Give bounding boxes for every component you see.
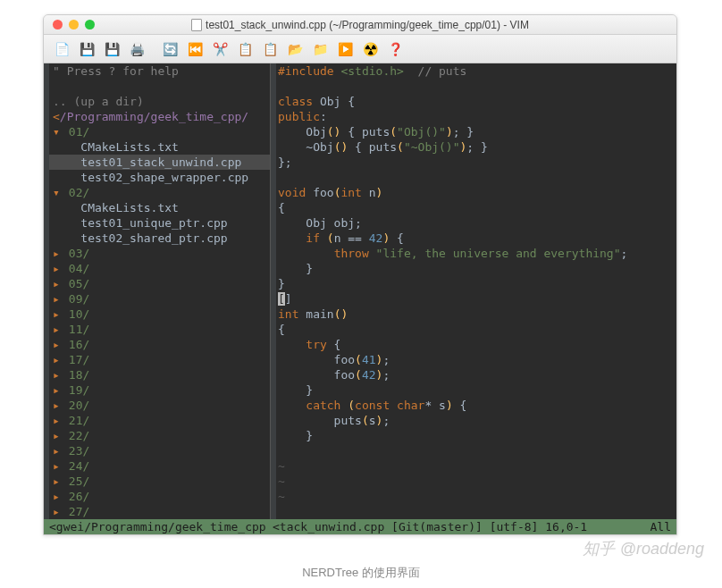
tree-file[interactable]: test02_shape_wrapper.cpp [49,170,270,185]
tree-dir[interactable]: ▸ 21/ [49,413,270,428]
back-icon[interactable]: ⏮️ [186,40,204,58]
tree-dir[interactable]: ▸ 18/ [49,367,270,382]
code-line[interactable]: foo(41); [276,352,676,367]
new-icon[interactable]: 📄 [53,40,71,58]
tree-dir[interactable]: ▸ 05/ [49,276,270,291]
code-line[interactable]: try { [276,337,676,352]
code-pane[interactable]: #include <stdio.h> // puts class Obj {pu… [271,63,676,534]
tree-dir[interactable]: ▸ 09/ [49,291,270,307]
code-line[interactable]: catch (const char* s) { [276,398,676,413]
tree-file[interactable]: test01_stack_unwind.cpp [49,155,270,170]
empty-line: ~ [276,458,676,474]
code-line[interactable]: } [276,276,676,291]
tree-file[interactable]: test01_unique_ptr.cpp [49,215,270,231]
code-line[interactable]: #include <stdio.h> // puts [276,63,676,79]
code-line[interactable] [276,443,676,458]
titlebar: test01_stack_unwind.cpp (~/Programming/g… [44,15,676,35]
tree-dir[interactable]: ▸ 10/ [49,307,270,322]
paste-icon[interactable]: 📋 [261,40,279,58]
code-line[interactable]: foo(42); [276,367,676,382]
run-icon[interactable]: ▶️ [336,40,354,58]
document-icon [191,19,202,31]
empty-line: ~ [276,474,676,489]
editor-area: " Press ? for help .. (up a dir)</Progra… [44,63,676,534]
toolbar: 📄 💾 💾 🖨️ 🔄 ⏮️ ✂️ 📋 📋 📂 📁 ▶️ ☢️ ❓ [44,35,676,63]
tree-file[interactable]: CMakeLists.txt [49,200,270,215]
code-line[interactable]: int main() [276,307,676,322]
nerdtree-root[interactable]: </Programming/geek_time_cpp/ [49,109,270,124]
cut-icon[interactable]: ✂️ [211,40,229,58]
window-title: test01_stack_unwind.cpp (~/Programming/g… [44,19,676,31]
code-line[interactable]: }; [276,155,676,170]
caption: NERDTree 的使用界面 [0,565,722,581]
code-line[interactable]: { [276,322,676,337]
status-left: <gwei/Programming/geek_time_cpp [44,519,271,534]
refresh-icon[interactable]: 🔄 [161,40,179,58]
tree-dir[interactable]: ▸ 17/ [49,352,270,367]
tree-dir[interactable]: ▸ 16/ [49,337,270,352]
tree-dir[interactable]: ▾ 02/ [49,185,270,200]
save-icon[interactable]: 💾 [78,40,96,58]
nerdtree-blank [49,79,270,94]
tree-file[interactable]: test02_shared_ptr.cpp [49,231,270,246]
code-line[interactable]: Obj obj; [276,215,676,231]
open-icon[interactable]: 📂 [286,40,304,58]
tree-dir[interactable]: ▸ 25/ [49,474,270,489]
code-line[interactable]: void foo(int n) [276,185,676,200]
tree-dir[interactable]: ▸ 20/ [49,398,270,413]
code-line[interactable]: puts(s); [276,413,676,428]
tree-dir[interactable]: ▸ 22/ [49,428,270,443]
saveall-icon[interactable]: 💾 [103,40,121,58]
status-right: <tack_unwind.cpp [Git(master)] [utf-8] 1… [271,519,676,534]
copy-icon[interactable]: 📋 [236,40,254,58]
code-line[interactable]: if (n == 42) { [276,231,676,246]
tree-dir[interactable]: ▸ 23/ [49,443,270,458]
nerdtree-updir[interactable]: .. (up a dir) [49,94,270,109]
help-icon[interactable]: ❓ [386,40,404,58]
tree-dir[interactable]: ▸ 04/ [49,261,270,276]
print-icon[interactable]: 🖨️ [128,40,146,58]
code-line[interactable]: throw "life, the universe and everything… [276,246,676,261]
tree-dir[interactable]: ▸ 27/ [49,504,270,519]
code-line[interactable]: } [276,382,676,398]
zhihu-text: 知乎 [583,538,615,559]
code-line[interactable]: class Obj { [276,94,676,109]
tree-dir[interactable]: ▾ 01/ [49,124,270,139]
folder-icon[interactable]: 📁 [311,40,329,58]
code-line[interactable] [276,170,676,185]
tree-dir[interactable]: ▸ 11/ [49,322,270,337]
watermark: 知乎 @roaddeng [583,538,704,559]
code-line[interactable]: } [276,428,676,443]
vim-window: test01_stack_unwind.cpp (~/Programming/g… [43,14,677,535]
tree-file[interactable]: CMakeLists.txt [49,139,270,155]
code-line[interactable] [276,79,676,94]
code-line[interactable]: } [276,261,676,276]
nerdtree-pane[interactable]: " Press ? for help .. (up a dir)</Progra… [44,63,271,534]
code-line[interactable]: [] [276,291,676,307]
code-line[interactable]: { [276,200,676,215]
code-line[interactable]: ~Obj() { puts("~Obj()"); } [276,139,676,155]
code-line[interactable]: Obj() { puts("Obj()"); } [276,124,676,139]
tree-dir[interactable]: ▸ 03/ [49,246,270,261]
empty-line: ~ [276,489,676,504]
status-line: <gwei/Programming/geek_time_cpp <tack_un… [44,519,676,534]
code-line[interactable]: public: [276,109,676,124]
tree-dir[interactable]: ▸ 26/ [49,489,270,504]
tree-dir[interactable]: ▸ 19/ [49,382,270,398]
nerdtree-help: " Press ? for help [49,63,270,79]
tree-dir[interactable]: ▸ 24/ [49,458,270,474]
hazard-icon[interactable]: ☢️ [361,40,379,58]
